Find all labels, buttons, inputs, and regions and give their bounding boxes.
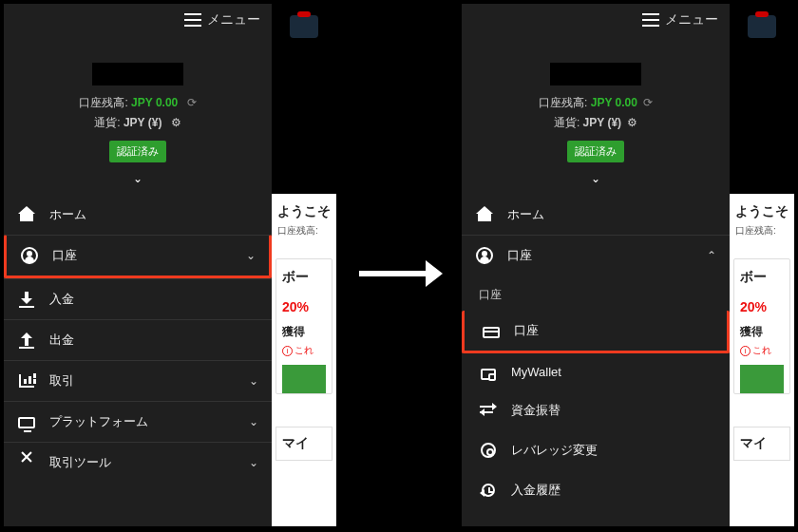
menu-icon[interactable] [642,13,659,27]
id-card-icon [483,327,500,338]
user-icon [21,247,38,264]
content-strip: ようこそ口座残高: ボー 20% 獲得 iこれ マイ [730,4,794,526]
chevron-down-icon: ⌄ [249,415,258,428]
menu-label[interactable]: メニュー [665,11,718,28]
chevron-up-icon: ⌃ [707,249,716,262]
collapse-header-icon[interactable]: ⌄ [4,162,272,191]
account-summary: 口座残高: JPY 0.00 ⟳ 通貨: JPY (¥) ⚙ 認証済み ⌄ [4,36,272,195]
menu-label[interactable]: メニュー [207,11,260,28]
menu-home[interactable]: ホーム [462,195,730,235]
main-menu: ホーム 口座 ⌃ [462,195,730,276]
panel-after: メニュー 口座残高: JPY 0.00⟳ 通貨: JPY (¥)⚙ 認証済み ⌄… [462,4,794,526]
content-strip: ようこそ 口座残高: ボー 20% 獲得 iこれ マイ [272,4,336,526]
bonus-button[interactable] [740,365,784,393]
refresh-icon[interactable]: ⟳ [643,96,653,109]
tools-icon [18,454,35,471]
chevron-down-icon: ⌄ [249,374,258,388]
collapse-header-icon[interactable]: ⌄ [462,162,730,191]
deposit-icon [18,291,35,308]
brand-logo [730,4,794,49]
menu-account[interactable]: 口座 ⌄ [4,235,272,278]
sidebar: メニュー 口座残高: JPY 0.00⟳ 通貨: JPY (¥)⚙ 認証済み ⌄… [462,4,730,526]
balance-value: JPY 0.00 [131,96,178,109]
menu-icon[interactable] [184,13,201,27]
submenu-header: 口座 [462,276,730,311]
menu-home[interactable]: ホーム [4,195,272,235]
chevron-down-icon: ⌄ [249,456,258,469]
account-submenu: 口座 MyWallet 資金振替 レバレッジ変更 入金履歴 [462,311,730,510]
bonus-note: iこれ [282,344,326,357]
settings-icon [481,443,496,458]
submenu-account[interactable]: 口座 [462,311,730,353]
submenu-leverage[interactable]: レバレッジ変更 [462,430,730,470]
transfer-icon [480,402,497,419]
chevron-down-icon: ⌄ [246,249,256,262]
account-summary: 口座残高: JPY 0.00⟳ 通貨: JPY (¥)⚙ 認証済み ⌄ [462,36,730,195]
submenu-mywallet[interactable]: MyWallet [462,353,730,390]
topbar: メニュー [462,4,730,36]
verified-badge: 認証済み [109,141,166,162]
transition-arrow [359,264,443,283]
gear-icon[interactable]: ⚙ [171,116,181,129]
username-redacted [92,63,183,86]
menu-account[interactable]: 口座 ⌃ [462,235,730,276]
chart-icon [19,374,34,388]
verified-badge: 認証済み [567,141,624,162]
menu-tools[interactable]: 取引ツール ⌄ [4,442,272,483]
history-icon [482,484,495,497]
main-menu: ホーム 口座 ⌄ 入金 出金 取引 ⌄ プラットフォーム [4,195,272,483]
withdraw-icon [18,332,35,349]
bonus-button[interactable] [282,365,326,393]
bonus-percent: 20% [282,299,326,314]
submenu-history[interactable]: 入金履歴 [462,470,730,510]
panel-before: メニュー 口座残高: JPY 0.00 ⟳ 通貨: JPY (¥) ⚙ 認証済み… [4,4,336,526]
topbar: メニュー [4,4,272,36]
home-icon [18,206,35,223]
refresh-icon[interactable]: ⟳ [187,96,197,109]
footer-card: マイ [276,427,332,461]
monitor-icon [18,417,35,428]
brand-logo [272,4,336,49]
menu-trade[interactable]: 取引 ⌄ [4,360,272,401]
welcome-heading: ようこそ 口座残高: [272,194,336,241]
submenu-transfer[interactable]: 資金振替 [462,390,730,430]
menu-withdraw[interactable]: 出金 [4,319,272,360]
balance-line: 口座残高: JPY 0.00 ⟳ [4,95,272,111]
currency-line: 通貨: JPY (¥) ⚙ [4,115,272,131]
home-icon [476,206,493,223]
gear-icon[interactable]: ⚙ [627,116,637,129]
menu-platform[interactable]: プラットフォーム ⌄ [4,401,272,442]
currency-value: JPY (¥) [124,116,162,129]
username-redacted [550,63,641,86]
wallet-icon [481,369,496,380]
sidebar: メニュー 口座残高: JPY 0.00 ⟳ 通貨: JPY (¥) ⚙ 認証済み… [4,4,272,526]
user-icon [476,247,493,264]
bonus-card: ボー 20% 獲得 iこれ [276,258,332,394]
menu-deposit[interactable]: 入金 [4,278,272,319]
